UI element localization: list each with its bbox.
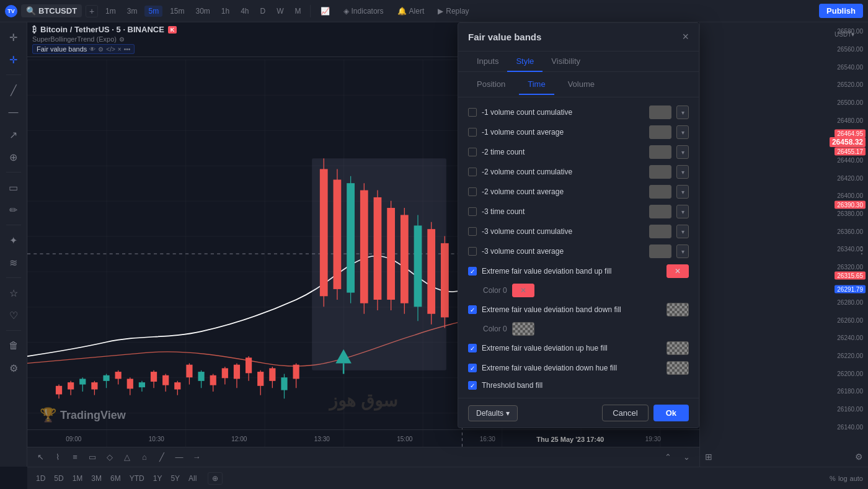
chart-type-button[interactable]: 📈 [316, 5, 335, 17]
chevron-up-icon[interactable]: ⌃ [660, 449, 676, 465]
tab-inputs[interactable]: Inputs [468, 52, 507, 72]
btf-6m[interactable]: 6M [107, 473, 125, 484]
color-btn-6[interactable] [649, 205, 671, 218]
btf-ytd[interactable]: YTD [126, 473, 148, 484]
trash-tool[interactable]: 🗑 [4, 336, 24, 356]
favorites-tool[interactable]: ♡ [4, 305, 24, 325]
color-btn-8[interactable] [649, 244, 671, 258]
defaults-button[interactable]: Defaults ▾ [468, 405, 518, 421]
patterns-tool[interactable]: ✦ [4, 230, 24, 250]
price-axis-settings-icon[interactable]: ⚙ [855, 452, 863, 462]
draw-diamond-tool[interactable]: ◇ [102, 449, 118, 465]
checkbox-7[interactable] [468, 227, 477, 236]
timeframe-30m[interactable]: 30m [192, 6, 213, 17]
color-btn-10[interactable] [666, 303, 689, 316]
checkbox-1[interactable] [468, 108, 477, 117]
color-btn-1[interactable] [649, 105, 671, 119]
timeframe-4h[interactable]: 4h [237, 6, 252, 17]
draw-arrow-tool[interactable]: → [188, 449, 205, 465]
indicator2-settings-icon[interactable]: ⚙ [98, 46, 104, 53]
emoji-tool[interactable]: ☆ [4, 283, 24, 303]
compare-button[interactable]: ⊕ [208, 472, 223, 485]
measure-tool[interactable]: ⊕ [4, 147, 24, 167]
cancel-button[interactable]: Cancel [602, 405, 648, 421]
timeframe-1m[interactable]: 1m [102, 6, 120, 17]
checkbox-13[interactable] [468, 381, 477, 390]
color-btn-11[interactable] [666, 341, 689, 355]
arrow-btn-5[interactable]: ▾ [676, 185, 689, 199]
timeframe-d[interactable]: D [257, 6, 270, 17]
btf-1m[interactable]: 1M [69, 473, 87, 484]
timeframe-3m[interactable]: 3m [123, 6, 141, 17]
checkbox-9[interactable] [468, 267, 477, 276]
draw-diagonal-tool[interactable]: ╱ [154, 449, 170, 465]
draw-cursor-tool[interactable]: ↖ [32, 449, 48, 465]
checkbox-2[interactable] [468, 128, 477, 137]
indicator2-code-icon[interactable]: </> [106, 46, 115, 53]
settings-tool[interactable]: ⚙ [4, 358, 24, 378]
color-btn-7[interactable] [649, 225, 671, 238]
color-btn-4[interactable] [649, 165, 671, 179]
timeframe-5m[interactable]: 5m [144, 6, 162, 17]
checkbox-11[interactable] [468, 344, 477, 352]
btf-all[interactable]: All [185, 473, 200, 484]
tab-visibility[interactable]: Visibility [542, 52, 589, 72]
timeframe-1h[interactable]: 1h [218, 6, 233, 17]
tab-style[interactable]: Style [507, 52, 542, 72]
subtab-time[interactable]: Time [519, 74, 554, 95]
arrow-btn-7[interactable]: ▾ [676, 225, 689, 238]
price-axis-handle[interactable]: ⋮ [857, 244, 867, 256]
ok-button[interactable]: Ok [653, 405, 689, 421]
subtab-volume[interactable]: Volume [559, 74, 603, 95]
color-btn-3[interactable] [649, 145, 671, 159]
subtab-position[interactable]: Position [468, 74, 514, 95]
arrow-btn-8[interactable]: ▾ [676, 244, 689, 258]
timeframe-m[interactable]: M [291, 6, 305, 17]
trend-line-tool[interactable]: ╱ [4, 80, 24, 100]
timeframe-15m[interactable]: 15m [166, 6, 188, 17]
arrow-btn-4[interactable]: ▾ [676, 165, 689, 179]
indicator2-close-icon[interactable]: × [118, 46, 122, 53]
fibonacci-tool[interactable]: ≋ [4, 253, 24, 272]
indicators-button[interactable]: ◈ Indicators [339, 5, 389, 17]
draw-triangle-tool[interactable]: △ [119, 449, 135, 465]
color-btn-2[interactable] [649, 125, 671, 139]
cursor-tool[interactable]: ✛ [4, 27, 24, 47]
timeframe-w[interactable]: W [273, 6, 287, 17]
symbol-selector[interactable]: 🔍 BTCUSDT [21, 4, 82, 17]
checkbox-5[interactable] [468, 187, 477, 196]
add-symbol-button[interactable]: + [86, 5, 98, 17]
checkbox-3[interactable] [468, 148, 477, 156]
draw-rect-tool[interactable]: ▭ [84, 449, 100, 465]
btf-5d[interactable]: 5D [50, 473, 67, 484]
replay-button[interactable]: ▶ Replay [433, 5, 474, 17]
draw-horizontal-tool[interactable]: ≡ [67, 449, 83, 465]
publish-button[interactable]: Publish [819, 4, 863, 18]
draw-flag-tool[interactable]: ⌂ [136, 449, 153, 465]
indicator2-more-icon[interactable]: ••• [124, 46, 131, 53]
panel-close-button[interactable]: × [682, 30, 689, 43]
price-axis-expand-icon[interactable]: ⊞ [705, 452, 712, 462]
arrow-btn-6[interactable]: ▾ [676, 205, 689, 218]
color-btn-9[interactable]: ✕ [666, 264, 689, 278]
arrow-btn-3[interactable]: ▾ [676, 145, 689, 159]
indicator2-eye-icon[interactable]: 👁 [89, 46, 95, 53]
checkbox-8[interactable] [468, 247, 477, 256]
checkbox-12[interactable] [468, 364, 477, 372]
btf-5y[interactable]: 5Y [167, 473, 184, 484]
arrow-btn-2[interactable]: ▾ [676, 125, 689, 139]
checkbox-10[interactable] [468, 305, 477, 314]
arrow-tool[interactable]: ↗ [4, 125, 24, 145]
crosshair-tool[interactable]: ✛ [4, 50, 24, 70]
checkbox-6[interactable] [468, 207, 477, 216]
btf-1y[interactable]: 1Y [149, 473, 166, 484]
brush-tool[interactable]: ✏ [4, 200, 24, 220]
arrow-btn-1[interactable]: ▾ [676, 105, 689, 119]
color-btn-12[interactable] [666, 361, 689, 375]
btf-3m[interactable]: 3M [87, 473, 105, 484]
compare-icon[interactable]: ⊕ [208, 472, 223, 485]
chevron-down-icon[interactable]: ⌄ [678, 449, 694, 465]
color-btn-9a[interactable]: ✕ [512, 284, 534, 297]
color-btn-5[interactable] [649, 185, 671, 199]
color-btn-10a[interactable] [512, 322, 534, 336]
